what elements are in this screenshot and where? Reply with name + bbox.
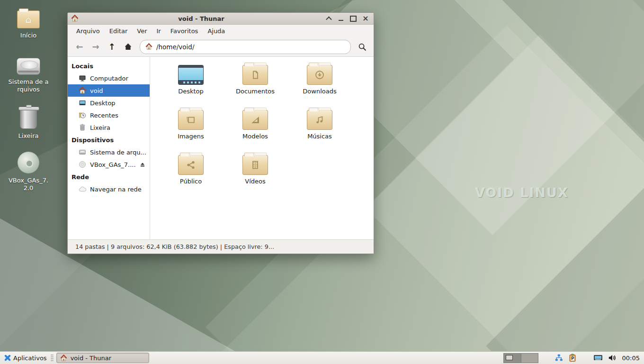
sidebar-item-computador[interactable]: Computador xyxy=(68,72,150,84)
computer-icon xyxy=(78,74,86,82)
file-item-desktop[interactable]: Desktop xyxy=(159,65,223,110)
desktop-icon-home[interactable]: ⌂ Início xyxy=(6,10,51,39)
status-bar: 14 pastas | 9 arquivos: 62,4 KiB (63.882… xyxy=(68,239,374,254)
file-item-imagens[interactable]: Imagens xyxy=(159,110,223,155)
file-item-documentos[interactable]: Documentos xyxy=(223,65,287,110)
back-button[interactable]: ← xyxy=(72,40,87,54)
back-icon: ← xyxy=(76,42,83,52)
forward-icon: → xyxy=(92,42,99,52)
sidebar-item-vbox-cd[interactable]: VBox_GAs_7.... xyxy=(68,158,150,171)
sidebar-item-recentes[interactable]: Recentes xyxy=(68,109,150,121)
file-label: Imagens xyxy=(178,133,204,140)
sidebar-header-dispositivos: Dispositivos xyxy=(68,134,150,146)
display-icon[interactable] xyxy=(593,354,603,362)
workspace-switcher[interactable] xyxy=(503,353,538,363)
search-button[interactable] xyxy=(356,40,369,54)
maximize-button[interactable] xyxy=(349,14,358,23)
desktop-icon-filesystem[interactable]: Sistema de arquivos xyxy=(6,58,51,94)
file-label: Desktop xyxy=(178,88,204,95)
file-item-modelos[interactable]: Modelos xyxy=(223,110,287,155)
sidebar-item-sistema-de-arquivos[interactable]: Sistema de arqu... xyxy=(68,146,150,158)
sidebar-item-navegar-na-rede[interactable]: Navegar na rede xyxy=(68,183,150,195)
desktop-icon-label: Início xyxy=(7,32,50,39)
minimize-button[interactable] xyxy=(336,14,346,23)
sidebar: Locais Computador void xyxy=(68,57,150,239)
toolbar: ← → ↑ /home/void/ xyxy=(68,37,374,57)
sidebar-item-label: Desktop xyxy=(90,100,116,107)
file-item-downloads[interactable]: Downloads xyxy=(287,65,352,110)
file-label: Downloads xyxy=(303,88,336,95)
downloads-folder-icon xyxy=(307,65,332,85)
workspace-1[interactable] xyxy=(504,354,521,363)
close-button[interactable]: × xyxy=(361,14,370,23)
window-title: void - Thunar xyxy=(81,15,321,22)
panel-handle[interactable] xyxy=(51,354,54,362)
menu-ver[interactable]: Ver xyxy=(132,26,152,36)
desktop-blue-icon xyxy=(178,65,204,85)
shade-button[interactable] xyxy=(324,14,333,23)
forward-button[interactable]: → xyxy=(89,40,103,54)
eject-button[interactable] xyxy=(140,162,145,167)
file-grid: Desktop Documentos Downloads xyxy=(150,57,374,200)
documents-folder-icon xyxy=(242,65,268,85)
desktop-icon-vbox-cd[interactable]: VBox_GAs_7.2.0 xyxy=(6,152,51,192)
desktop-icon-trash[interactable]: Lixeira xyxy=(6,107,51,140)
titlebar[interactable]: void - Thunar × xyxy=(68,13,374,25)
volume-icon[interactable] xyxy=(608,354,617,362)
workspace-window-preview xyxy=(506,355,513,360)
thunar-window: void - Thunar × Arquivo Editar Ver Ir Fa… xyxy=(67,12,374,254)
home-icon xyxy=(78,87,86,95)
sidebar-item-desktop[interactable]: Desktop xyxy=(68,97,150,109)
pictures-folder-icon xyxy=(178,110,204,130)
sidebar-item-void[interactable]: void xyxy=(68,84,150,97)
file-item-videos[interactable]: Vídeos xyxy=(223,155,287,200)
clipboard-manager-icon[interactable]: P xyxy=(568,354,577,362)
file-item-publico[interactable]: Público xyxy=(159,155,223,200)
void-linux-watermark: VOID LINUX xyxy=(475,185,569,200)
desktop-icon-label: VBox_GAs_7.2.0 xyxy=(7,177,50,192)
recent-clock-icon xyxy=(78,111,86,119)
sidebar-header-locais: Locais xyxy=(68,60,150,72)
up-button[interactable]: ↑ xyxy=(105,40,119,54)
desktop: VOID LINUX ⌂ Início Sistema de arquivos … xyxy=(0,0,644,364)
task-label: void - Thunar xyxy=(71,355,111,362)
sidebar-item-label: void xyxy=(90,87,103,94)
taskbar-task-thunar[interactable]: void - Thunar xyxy=(56,353,149,363)
applications-menu-icon xyxy=(4,355,10,361)
home-button[interactable] xyxy=(121,40,135,54)
sidebar-item-lixeira[interactable]: Lixeira xyxy=(68,121,150,134)
file-label: Músicas xyxy=(307,133,332,140)
sidebar-item-label: Sistema de arqu... xyxy=(90,149,146,156)
cd-disc-icon xyxy=(18,152,39,173)
menu-arquivo[interactable]: Arquivo xyxy=(72,26,105,36)
file-item-musicas[interactable]: Músicas xyxy=(287,110,352,155)
window-home-icon xyxy=(71,15,79,22)
network-cloud-icon xyxy=(78,185,86,193)
taskbar: Aplicativos void - Thunar P xyxy=(0,351,644,364)
cd-disc-icon xyxy=(78,161,86,169)
path-bar[interactable]: /home/void/ xyxy=(140,40,351,54)
wallpaper-shape xyxy=(502,0,644,161)
workspace-2[interactable] xyxy=(521,354,538,363)
file-label: Vídeos xyxy=(245,178,265,185)
eject-icon xyxy=(140,162,145,167)
applications-menu-label: Aplicativos xyxy=(13,355,47,362)
sidebar-item-label: Computador xyxy=(90,75,128,82)
menu-editar[interactable]: Editar xyxy=(105,26,133,36)
menu-ajuda[interactable]: Ajuda xyxy=(203,26,230,36)
network-icon[interactable] xyxy=(555,354,563,362)
menu-favoritos[interactable]: Favoritos xyxy=(166,26,203,36)
desktop-icon-label: Sistema de arquivos xyxy=(7,78,50,94)
sidebar-header-rede: Rede xyxy=(68,171,150,183)
menubar: Arquivo Editar Ver Ir Favoritos Ajuda xyxy=(68,25,374,37)
desktop-icon xyxy=(78,99,86,107)
applications-menu-button[interactable]: Aplicativos xyxy=(0,352,50,364)
sidebar-item-label: Recentes xyxy=(90,112,118,119)
trash-icon xyxy=(20,109,37,129)
menu-ir[interactable]: Ir xyxy=(152,26,166,36)
desktop-icon-label: Lixeira xyxy=(7,132,50,140)
videos-folder-icon xyxy=(242,155,268,175)
clock: 00:05 xyxy=(622,355,640,362)
wallpaper-shape xyxy=(486,178,644,364)
task-home-icon xyxy=(60,355,67,362)
